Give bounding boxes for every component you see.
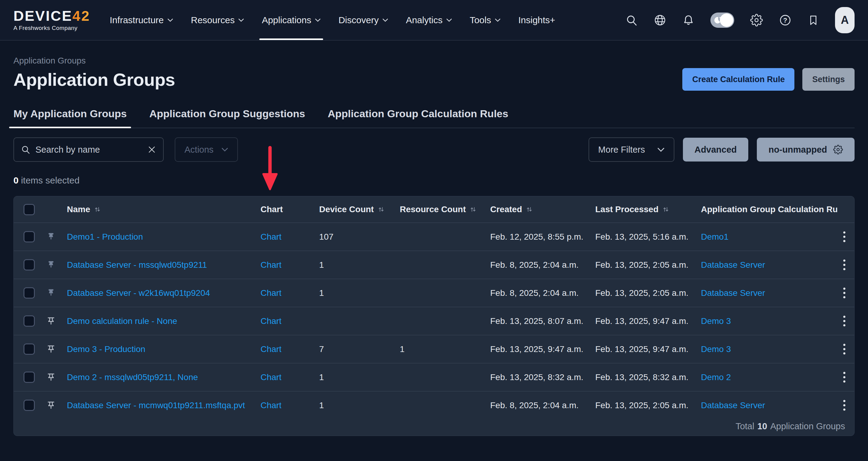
group-name-link[interactable]: Database Server - w2k16wq01tp9204: [67, 288, 210, 298]
column-header-resource-count[interactable]: Resource Count: [400, 204, 490, 214]
calc-rule-link[interactable]: Demo1: [701, 232, 728, 242]
row-menu-button[interactable]: [841, 341, 848, 357]
pin-outline-icon: [45, 316, 57, 327]
saved-filter-button[interactable]: no-unmapped: [757, 138, 855, 162]
created-value: Feb. 12, 2025, 8:55 p.m.: [490, 232, 595, 242]
nav-item-resources[interactable]: Resources: [191, 0, 244, 40]
gear-icon[interactable]: [750, 14, 763, 27]
help-icon[interactable]: ?: [779, 14, 792, 27]
chart-link[interactable]: Chart: [260, 316, 281, 326]
tab-application-group-calculation-rules[interactable]: Application Group Calculation Rules: [328, 108, 508, 128]
pin-toggle[interactable]: [45, 316, 67, 327]
sort-icon[interactable]: [377, 206, 385, 213]
group-name-link[interactable]: Demo calculation rule - None: [67, 316, 177, 326]
theme-toggle[interactable]: [710, 12, 734, 28]
search-icon[interactable]: [625, 14, 638, 26]
create-calculation-rule-button[interactable]: Create Calculation Rule: [682, 68, 795, 91]
sort-icon[interactable]: [662, 206, 670, 213]
search-box[interactable]: [13, 137, 164, 162]
row-menu-button[interactable]: [841, 257, 848, 273]
row-checkbox[interactable]: [24, 400, 35, 411]
row-menu-button[interactable]: [841, 397, 848, 413]
table-header-row: Name Chart Device Count Resource Count C…: [14, 196, 854, 223]
row-checkbox[interactable]: [24, 259, 35, 270]
search-input[interactable]: [35, 145, 142, 155]
calc-rule-link[interactable]: Demo 2: [701, 372, 731, 382]
chart-link[interactable]: Chart: [260, 260, 281, 270]
logo-text: DEVICE42: [13, 8, 90, 23]
footer-total-prefix: Total: [736, 421, 754, 431]
pin-toggle[interactable]: [45, 344, 67, 355]
last-processed-value: Feb. 13, 2025, 9:47 a.m.: [595, 316, 701, 326]
pin-toggle[interactable]: [45, 231, 67, 242]
nav-item-discovery[interactable]: Discovery: [338, 0, 388, 40]
sort-icon[interactable]: [94, 206, 101, 213]
column-header-device-count[interactable]: Device Count: [319, 204, 400, 214]
group-name-link[interactable]: Database Server - mssqlwd05tp9211: [67, 260, 207, 270]
top-navigation-bar: DEVICE42 A Freshworks Company Infrastruc…: [0, 0, 868, 41]
pin-toggle[interactable]: [45, 260, 67, 270]
chart-link[interactable]: Chart: [260, 232, 281, 242]
chevron-down-icon: [221, 147, 228, 152]
pin-outline-icon: [45, 372, 57, 383]
select-all-checkbox[interactable]: [24, 204, 35, 215]
pin-toggle[interactable]: [45, 288, 67, 299]
nav-item-tools[interactable]: Tools: [470, 0, 501, 40]
column-header-last-processed[interactable]: Last Processed: [595, 204, 701, 214]
chevron-down-icon: [238, 18, 244, 22]
pin-toggle[interactable]: [45, 400, 67, 411]
group-name-link[interactable]: Demo1 - Production: [67, 232, 143, 242]
tab-my-application-groups[interactable]: My Application Groups: [13, 108, 127, 128]
advanced-button[interactable]: Advanced: [683, 138, 749, 162]
created-value: Feb. 13, 2025, 8:07 a.m.: [490, 316, 595, 326]
chart-link[interactable]: Chart: [260, 400, 281, 410]
bookmark-icon[interactable]: [808, 14, 819, 26]
device42-logo[interactable]: DEVICE42 A Freshworks Company: [13, 8, 90, 31]
column-header-created[interactable]: Created: [490, 204, 595, 214]
column-header-name[interactable]: Name: [67, 204, 260, 214]
nav-item-infrastructure[interactable]: Infrastructure: [110, 0, 173, 40]
chart-link[interactable]: Chart: [260, 372, 281, 382]
row-menu-button[interactable]: [841, 229, 848, 244]
group-name-link[interactable]: Database Server - mcmwq01tp9211.msftqa.p…: [67, 400, 245, 410]
row-menu-button[interactable]: [841, 313, 848, 329]
logo-tagline: A Freshworks Company: [13, 25, 90, 31]
row-checkbox[interactable]: [24, 316, 35, 327]
row-checkbox[interactable]: [24, 231, 35, 242]
main-menu: InfrastructureResourcesApplicationsDisco…: [110, 0, 555, 40]
more-filters-dropdown[interactable]: More Filters: [589, 137, 674, 162]
calc-rule-link[interactable]: Demo 3: [701, 344, 731, 354]
breadcrumb[interactable]: Application Groups: [13, 56, 855, 66]
nav-item-insights-[interactable]: Insights+: [518, 0, 555, 40]
actions-dropdown[interactable]: Actions: [175, 137, 238, 162]
group-name-link[interactable]: Demo 2 - mssqlwd05tp9211, None: [67, 372, 198, 382]
sort-icon[interactable]: [526, 206, 533, 213]
row-checkbox[interactable]: [24, 287, 35, 299]
clear-search-icon[interactable]: [147, 145, 156, 154]
nav-item-applications[interactable]: Applications: [262, 0, 321, 40]
row-menu-button[interactable]: [841, 369, 848, 385]
row-menu-button[interactable]: [841, 285, 848, 301]
search-input-icon: [21, 145, 31, 155]
row-checkbox[interactable]: [24, 371, 35, 383]
table-row: Demo1 - Production Chart 107 Feb. 12, 20…: [14, 223, 854, 251]
table-row: Database Server - mssqlwd05tp9211 Chart …: [14, 251, 854, 279]
page-title: Application Groups: [13, 69, 175, 90]
globe-icon[interactable]: [654, 14, 666, 27]
chart-link[interactable]: Chart: [260, 288, 281, 298]
chart-link[interactable]: Chart: [260, 344, 281, 354]
pin-toggle[interactable]: [45, 372, 67, 383]
calc-rule-link[interactable]: Demo 3: [701, 316, 731, 326]
settings-button[interactable]: Settings: [802, 68, 855, 91]
row-checkbox[interactable]: [24, 343, 35, 355]
sort-icon[interactable]: [469, 206, 477, 213]
notifications-bell-icon[interactable]: [682, 14, 694, 26]
nav-item-analytics[interactable]: Analytics: [406, 0, 452, 40]
calc-rule-link[interactable]: Database Server: [701, 400, 765, 410]
tab-application-group-suggestions[interactable]: Application Group Suggestions: [149, 108, 305, 128]
user-avatar[interactable]: A: [835, 7, 855, 33]
calc-rule-link[interactable]: Database Server: [701, 288, 765, 298]
calc-rule-link[interactable]: Database Server: [701, 260, 765, 270]
resource-count-value: 1: [400, 344, 490, 354]
group-name-link[interactable]: Demo 3 - Production: [67, 344, 145, 354]
